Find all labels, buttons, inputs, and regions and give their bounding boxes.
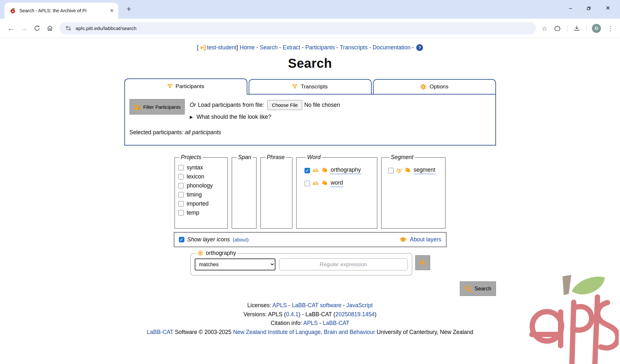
toolbar-divider [586, 25, 586, 32]
close-window-icon[interactable]: ✕ [605, 5, 610, 12]
nav-link-search[interactable]: Search [260, 44, 277, 51]
layer-row-orthography: ab orthography [305, 167, 374, 174]
license-apls-link[interactable]: APLS [273, 302, 287, 308]
participants-panel: Filter Participants Or Load participants… [124, 94, 496, 146]
filter-participants-button[interactable]: Filter Participants [129, 99, 185, 115]
gear-icon [420, 84, 427, 90]
page-title: Search [0, 56, 620, 71]
toolbar-divider [567, 25, 567, 32]
nav-user-link[interactable]: test-student [207, 44, 236, 51]
copyright-line: LaBB-CAT Software © 2003-2025 New Zealan… [0, 328, 620, 337]
match-operator-select[interactable]: matches [195, 258, 275, 270]
search-page: [ test-student ] Home - Search - Extract… [0, 38, 620, 364]
fieldset-segment: Segment /ʒ/ segment [381, 154, 446, 229]
license-labbcat-link[interactable]: LaBB-CAT software [292, 302, 341, 308]
project-checkbox-syntax[interactable]: syntax [178, 164, 224, 171]
nav-link-home[interactable]: Home [240, 44, 255, 51]
tag-icon [404, 167, 411, 174]
nav-link-participants[interactable]: Participants [305, 44, 335, 51]
layer-row-word: ab word [305, 179, 374, 187]
svg-text:A: A [12, 10, 14, 13]
layer-type-label: ab [313, 180, 319, 186]
layer-link-segment[interactable]: segment [414, 167, 435, 174]
browser-menu-icon[interactable]: ⋮ [606, 25, 614, 32]
target-icon [197, 250, 203, 256]
layer-options-bar: Show layer icons (about) About layers [174, 232, 447, 247]
tab-participants[interactable]: Participants [124, 78, 247, 95]
file-format-disclosure[interactable]: ▶ What should the file look like? [190, 114, 340, 120]
extensions-icon[interactable] [554, 25, 562, 32]
versions-line: Versions: APLS (0.4.1) - LaBB-CAT (20250… [0, 310, 620, 319]
project-checkbox-timing[interactable]: timing [178, 191, 224, 198]
home-icon[interactable] [43, 22, 56, 35]
close-tab-icon[interactable]: ✕ [109, 8, 114, 13]
load-from-file-label: Load participants from file: [198, 102, 264, 108]
citation-line: Citation info: APLS - LaBB-CAT [0, 319, 620, 328]
project-checkbox-phonology[interactable]: phonology [178, 182, 224, 189]
nav-link-transcripts[interactable]: Transcripts [340, 44, 367, 51]
apls-favicon-icon: A [10, 7, 16, 14]
reload-icon[interactable] [30, 22, 43, 35]
layer-row-segment: /ʒ/ segment [388, 167, 442, 174]
bookmark-star-icon[interactable]: ☆ [541, 25, 548, 32]
address-bar[interactable]: apls.pitt.edu/labbcat/search [59, 22, 536, 35]
layer-link-orthography[interactable]: orthography [331, 167, 361, 174]
project-checkbox-temp[interactable]: temp [178, 209, 224, 216]
selected-participants-value: all participants [185, 129, 221, 136]
layer-type-label: /ʒ/ [396, 167, 402, 173]
restore-window-icon[interactable] [586, 6, 591, 11]
site-settings-icon[interactable] [65, 25, 71, 31]
fieldset-word: Word ab orthography ab [296, 154, 377, 229]
tab-options[interactable]: Options [373, 79, 496, 94]
add-layer-button[interactable]: + [415, 255, 430, 270]
layer-checkbox-orthography[interactable] [305, 168, 310, 173]
filter-icon [167, 84, 173, 89]
toolbar-right: ☆ D ⋮ [539, 24, 615, 33]
apls-version-link[interactable]: 0.4.1 [286, 311, 298, 318]
regex-input[interactable] [279, 258, 408, 270]
new-tab-button[interactable]: + [127, 5, 131, 14]
magnifier-icon [464, 285, 472, 293]
layer-checkbox-word[interactable] [305, 181, 310, 186]
project-checkbox-imported[interactable]: imported [178, 200, 224, 207]
fieldset-span: Span [232, 154, 257, 229]
citation-apls-link[interactable]: APLS [303, 320, 318, 326]
search-button[interactable]: Search [460, 281, 496, 296]
project-checkbox-lexicon[interactable]: lexicon [178, 173, 224, 180]
about-link[interactable]: (about) [233, 237, 249, 243]
help-icon[interactable]: ? [416, 44, 423, 51]
citation-labbcat-link[interactable]: LaBB-CAT [323, 320, 349, 326]
selected-participants: Selected participants: all participants [129, 129, 491, 136]
labbcat-version-link[interactable]: 20250819.1454 [335, 311, 375, 318]
tab-transcripts[interactable]: Transcripts [249, 79, 372, 94]
browser-tab[interactable]: A Search - APLS: the Archive of Pi ✕ [5, 3, 118, 19]
window-controls: – ✕ [569, 0, 620, 16]
nzilbb-link[interactable]: New Zealand Institute of Language, Brain… [233, 329, 375, 335]
layer-picker: Projects syntax lexicon phonology timing… [124, 154, 496, 229]
minimize-window-icon[interactable]: – [569, 5, 572, 12]
downloads-icon[interactable] [573, 25, 581, 32]
licenses-line: Licenses: APLS - LaBB-CAT software - Jav… [0, 301, 620, 310]
search-tabbar: Participants Transcripts [124, 78, 496, 94]
fieldset-projects: Projects syntax lexicon phonology timing… [174, 154, 228, 229]
show-layer-icons-checkbox[interactable] [179, 237, 184, 242]
layer-link-word[interactable]: word [331, 179, 343, 187]
nav-link-extract[interactable]: Extract [283, 44, 300, 51]
profile-avatar[interactable]: D [592, 24, 601, 33]
nav-link-documentation[interactable]: Documentation [373, 44, 411, 51]
choose-file-button[interactable]: Choose File [267, 100, 302, 110]
tag-icon [321, 167, 328, 174]
labbcat-link[interactable]: LaBB-CAT [147, 329, 173, 335]
layer-checkbox-segment[interactable] [388, 168, 394, 173]
logout-icon[interactable] [200, 45, 206, 51]
license-javascript-link[interactable]: JavaScript [346, 302, 373, 308]
about-layers-link[interactable]: About layers [410, 236, 441, 243]
orthography-matcher: orthography matches [190, 250, 412, 276]
show-layer-icons-label: Show layer icons [187, 236, 230, 243]
url-text[interactable]: apls.pitt.edu/labbcat/search [76, 25, 137, 31]
people-icon [134, 104, 141, 110]
forward-icon[interactable]: → [17, 22, 30, 35]
back-icon[interactable]: ← [5, 22, 17, 35]
no-file-chosen-text: No file chosen [304, 102, 340, 108]
breadcrumb: [ test-student ] Home - Search - Extract… [0, 38, 620, 51]
